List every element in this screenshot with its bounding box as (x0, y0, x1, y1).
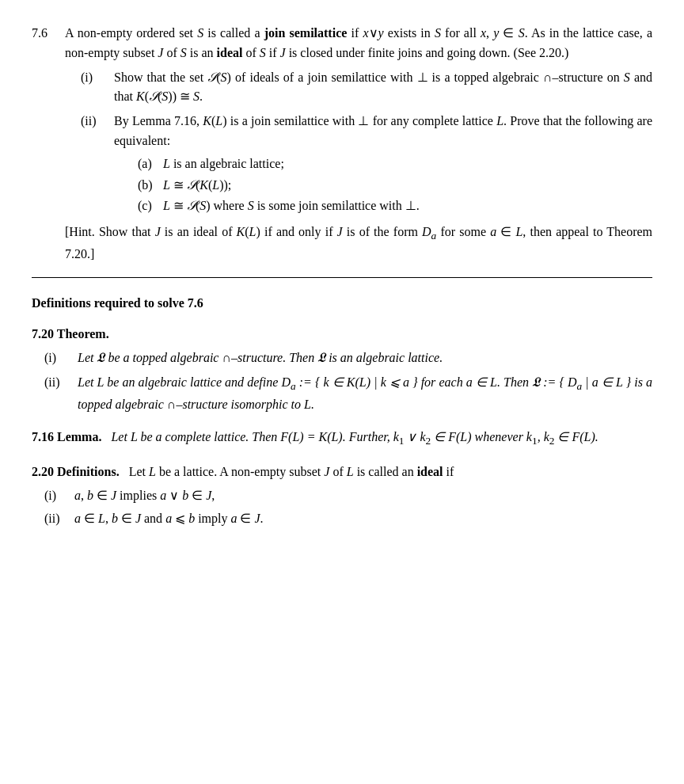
theorem-720-i: (i) Let 𝔏 be a topped algebraic ∩–struct… (44, 348, 652, 368)
problem-text: A non-empty ordered set S is called a jo… (65, 24, 652, 265)
sub-label-ii: (ii) (81, 112, 106, 218)
problem-intro: A non-empty ordered set S is called a jo… (65, 24, 652, 63)
sub-label-i: (i) (81, 68, 106, 108)
theorem-720-title: 7.20 Theorem. (32, 325, 652, 344)
theorem-label-i: (i) (44, 348, 70, 368)
definitions-heading: Definitions required to solve 7.6 (32, 294, 652, 314)
subsub-label-c: (c) (138, 196, 157, 216)
def-220-label-i: (i) (44, 486, 66, 506)
def-220-items: (i) a, b ∈ J implies a ∨ b ∈ J, (ii) a ∈… (44, 486, 652, 529)
page-content: 7.6 A non-empty ordered set S is called … (32, 24, 652, 529)
subsub-a: (a) L is an algebraic lattice; (138, 154, 652, 174)
subsub-b: (b) L ≅ 𝒮(K(L)); (138, 176, 652, 196)
lemma-716: 7.16 Lemma. Let L be a complete lattice.… (32, 428, 652, 450)
lemma-716-title: 7.16 Lemma. (32, 430, 101, 443)
theorem-label-ii: (ii) (44, 373, 70, 415)
subsub-items: (a) L is an algebraic lattice; (b) L ≅ 𝒮… (138, 154, 652, 216)
sub-content-i: Show that the set 𝒮(S) of ideals of a jo… (114, 68, 652, 108)
problem-sub-items: (i) Show that the set 𝒮(S) of ideals of … (81, 68, 652, 219)
def-220-i: (i) a, b ∈ J implies a ∨ b ∈ J, (44, 486, 652, 506)
lemma-716-content: Let L be a complete lattice. Then F(L) =… (104, 430, 598, 443)
sub-content-ii: By Lemma 7.16, K(L) is a join semilattic… (114, 112, 652, 218)
subsub-content-b: L ≅ 𝒮(K(L)); (163, 176, 231, 196)
def-220-text: 2.20 Definitions. Let L be a lattice. A … (32, 462, 652, 482)
def-220-content-i: a, b ∈ J implies a ∨ b ∈ J, (74, 486, 215, 506)
subsub-label-a: (a) (138, 154, 157, 174)
theorem-720-ii: (ii) Let L be an algebraic lattice and d… (44, 373, 652, 415)
hint-block: [Hint. Show that J is an ideal of K(L) i… (65, 223, 652, 265)
subsub-content-a: L is an algebraic lattice; (163, 154, 284, 174)
sub-item-ii: (ii) By Lemma 7.16, K(L) is a join semil… (81, 112, 652, 218)
theorem-720-items: (i) Let 𝔏 be a topped algebraic ∩–struct… (44, 348, 652, 414)
def-220-label-ii: (ii) (44, 509, 66, 529)
theorem-720: 7.20 Theorem. (i) Let 𝔏 be a topped alge… (32, 325, 652, 415)
def-220: 2.20 Definitions. Let L be a lattice. A … (32, 462, 652, 529)
definitions-section: Definitions required to solve 7.6 7.20 T… (32, 294, 652, 529)
def-220-ii: (ii) a ∈ L, b ∈ J and a ⩽ b imply a ∈ J. (44, 509, 652, 529)
theorem-content-ii: Let L be an algebraic lattice and define… (78, 373, 652, 415)
subsub-c: (c) L ≅ 𝒮(S) where S is some join semila… (138, 196, 652, 216)
section-divider (32, 277, 652, 278)
problem-76: 7.6 A non-empty ordered set S is called … (32, 24, 652, 265)
def-220-content-ii: a ∈ L, b ∈ J and a ⩽ b imply a ∈ J. (74, 509, 264, 529)
problem-number: 7.6 (32, 24, 55, 265)
subsub-content-c: L ≅ 𝒮(S) where S is some join semilattic… (163, 196, 420, 216)
subsub-label-b: (b) (138, 176, 157, 196)
sub-item-i: (i) Show that the set 𝒮(S) of ideals of … (81, 68, 652, 108)
def-220-title: 2.20 Definitions. (32, 465, 120, 478)
theorem-content-i: Let 𝔏 be a topped algebraic ∩–structure.… (78, 348, 652, 368)
